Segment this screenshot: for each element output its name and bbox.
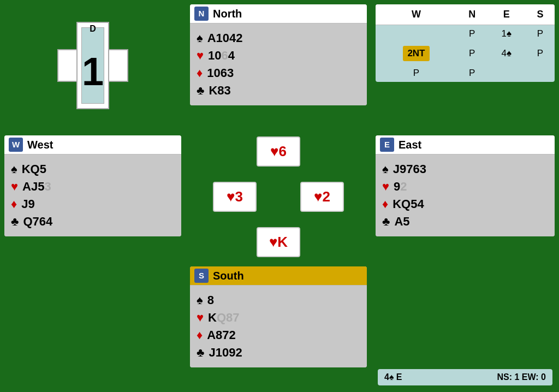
card-east: ♥2 [300, 182, 344, 212]
south-clubs-row: ♣ J1092 [197, 346, 360, 360]
west-header: W West [4, 135, 181, 155]
bid-w2: 2NT [376, 43, 457, 64]
dealer-box: D 1 [57, 22, 128, 109]
card-south: ♥K [257, 227, 300, 257]
status-cell: 4♠ E NS: 1 EW: 0 [371, 262, 559, 392]
south-name: South [213, 270, 244, 282]
bid-e3 [487, 64, 526, 82]
south-diamonds-value: A872 [207, 328, 236, 342]
contract-label: 4♠ E [384, 372, 402, 382]
bid-header-n: N [457, 4, 487, 25]
west-hearts-value: AJ53 [22, 180, 51, 194]
west-club-symbol: ♣ [11, 215, 19, 229]
east-hearts-row: ♥ 92 [382, 180, 548, 194]
north-clubs-value: K83 [209, 84, 230, 98]
north-heart-symbol: ♥ [197, 49, 204, 63]
bid-2nt: 2NT [403, 46, 429, 61]
south-spades-row: ♠ 8 [197, 293, 360, 307]
west-badge: W [9, 138, 23, 152]
east-spade-symbol: ♠ [382, 162, 389, 176]
south-hearts-row: ♥ KQ87 [197, 311, 360, 325]
south-spades-value: 8 [207, 293, 214, 307]
east-clubs-row: ♣ A5 [382, 215, 548, 229]
east-badge: E [380, 138, 394, 152]
west-cell: W West ♠ KQ5 ♥ AJ53 ♦ J9 ♣ Q764 [0, 131, 186, 262]
west-panel: W West ♠ KQ5 ♥ AJ53 ♦ J9 ♣ Q764 [4, 135, 181, 236]
west-spades-row: ♠ KQ5 [11, 162, 175, 176]
east-hearts-value: 92 [394, 180, 407, 194]
south-badge: S [194, 269, 209, 283]
bid-s2: P [526, 43, 555, 64]
west-spade-symbol: ♠ [11, 162, 17, 176]
north-spade-symbol: ♠ [197, 31, 203, 45]
dealer-number: 1 [82, 52, 104, 91]
north-diamonds-row: ♦ 1063 [197, 66, 360, 80]
dealer-label: D [90, 24, 96, 34]
bid-e2: 4♠ [487, 43, 526, 64]
east-header: E East [376, 135, 555, 155]
play-area: ♥6 ♥3 ♥2 ♥K [213, 136, 344, 257]
west-clubs-value: Q764 [23, 215, 52, 229]
east-spades-row: ♠ J9763 [382, 162, 548, 176]
bidding-table: W N E S P 1♠ P 2NT P [376, 4, 555, 82]
bid-n3: P [457, 64, 487, 82]
west-cards: ♠ KQ5 ♥ AJ53 ♦ J9 ♣ Q764 [4, 155, 181, 236]
bid-row-3: P P [376, 64, 555, 82]
bid-s3 [526, 64, 555, 82]
bid-header-s: S [526, 4, 555, 25]
north-clubs-row: ♣ K83 [197, 84, 360, 98]
south-spade-symbol: ♠ [197, 293, 203, 307]
east-diamond-symbol: ♦ [382, 197, 388, 211]
east-heart-symbol: ♥ [382, 180, 389, 194]
west-hearts-row: ♥ AJ53 [11, 180, 175, 194]
east-spades-value: J9763 [393, 162, 426, 176]
west-diamond-symbol: ♦ [11, 197, 17, 211]
west-name: West [27, 139, 53, 151]
north-diamonds-value: 1063 [207, 66, 234, 80]
east-diamonds-row: ♦ KQ54 [382, 197, 548, 211]
south-heart-symbol: ♥ [197, 311, 204, 325]
bid-e1: 1♠ [487, 25, 526, 43]
bid-header-e: E [487, 4, 526, 25]
south-diamonds-row: ♦ A872 [197, 328, 360, 342]
center-cell: ♥6 ♥3 ♥2 ♥K [186, 131, 371, 262]
east-panel: E East ♠ J9763 ♥ 92 ♦ KQ54 ♣ A5 [376, 135, 555, 236]
south-diamond-symbol: ♦ [197, 328, 203, 342]
north-panel: N North ♠ A1042 ♥ 1064 ♦ 1063 ♣ K83 [190, 4, 367, 105]
north-diamond-symbol: ♦ [197, 66, 203, 80]
east-cards: ♠ J9763 ♥ 92 ♦ KQ54 ♣ A5 [376, 155, 555, 236]
west-clubs-row: ♣ Q764 [11, 215, 175, 229]
north-header: N North [190, 4, 367, 23]
east-diamonds-value: KQ54 [393, 197, 424, 211]
west-diamonds-row: ♦ J9 [11, 197, 175, 211]
east-cell: E East ♠ J9763 ♥ 92 ♦ KQ54 ♣ A5 [371, 131, 559, 262]
north-hearts-row: ♥ 1064 [197, 49, 360, 63]
north-spades-row: ♠ A1042 [197, 31, 360, 45]
east-clubs-value: A5 [394, 215, 409, 229]
south-hearts-value: KQ87 [208, 311, 239, 325]
bid-row-1: P 1♠ P [376, 25, 555, 43]
bidding-cell: W N E S P 1♠ P 2NT P [371, 0, 559, 131]
bottom-left-empty [0, 262, 186, 392]
card-west: ♥3 [213, 182, 257, 212]
east-club-symbol: ♣ [382, 215, 390, 229]
north-badge: N [194, 7, 209, 21]
dealer-cell: D 1 [0, 0, 186, 131]
bid-s1: P [526, 25, 555, 43]
status-bar: 4♠ E NS: 1 EW: 0 [378, 369, 552, 385]
card-north: ♥6 [257, 136, 300, 167]
north-spades-value: A1042 [207, 31, 243, 45]
score-label: NS: 1 EW: 0 [497, 372, 546, 382]
bid-row-2: 2NT P 4♠ P [376, 43, 555, 64]
bid-w1 [376, 25, 457, 43]
bid-header-w: W [376, 4, 457, 25]
bid-w3: P [376, 64, 457, 82]
bidding-panel: W N E S P 1♠ P 2NT P [376, 4, 555, 82]
west-heart-symbol: ♥ [11, 180, 18, 194]
west-spades-value: KQ5 [22, 162, 46, 176]
north-cards: ♠ A1042 ♥ 1064 ♦ 1063 ♣ K83 [190, 23, 367, 105]
bid-n2: P [457, 43, 487, 64]
north-cell: N North ♠ A1042 ♥ 1064 ♦ 1063 ♣ K83 [186, 0, 371, 131]
south-clubs-value: J1092 [209, 346, 242, 360]
west-diamonds-value: J9 [21, 197, 34, 211]
